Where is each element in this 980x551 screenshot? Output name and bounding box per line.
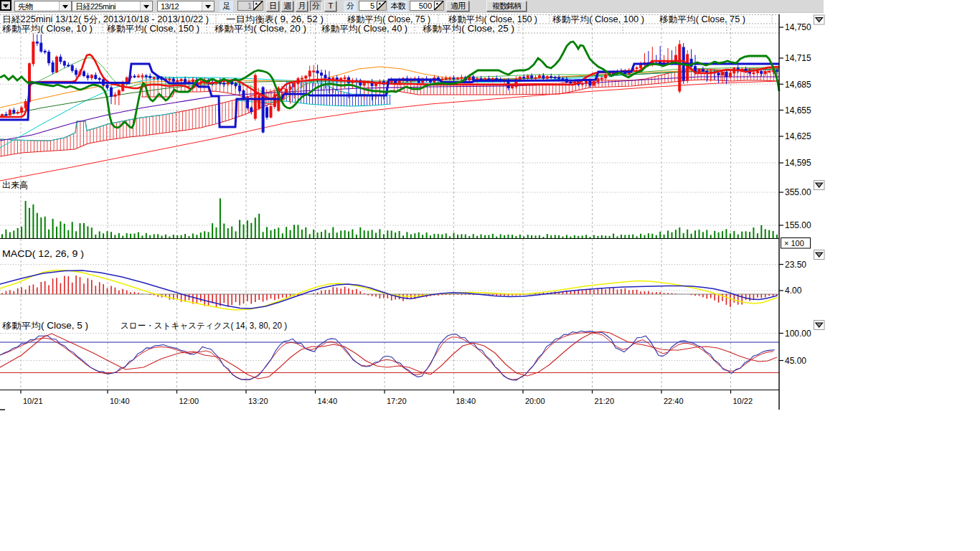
svg-text:MACD( 12, 26, 9 ): MACD( 12, 26, 9 ) <box>2 249 84 259</box>
svg-text:スロー・ストキャスティクス( 14, 3, 80, 20 ): スロー・ストキャスティクス( 14, 3, 80, 20 ) <box>121 321 287 331</box>
svg-text:× 100: × 100 <box>784 239 804 248</box>
svg-text:14:40: 14:40 <box>318 397 338 405</box>
svg-text:移動平均( Close, 150 ): 移動平均( Close, 150 ) <box>448 14 537 24</box>
svg-text:移動平均( Close, 75 ): 移動平均( Close, 75 ) <box>659 14 745 24</box>
svg-text:17:20: 17:20 <box>387 397 407 405</box>
svg-text:14,595: 14,595 <box>785 158 811 168</box>
svg-text:100.00: 100.00 <box>785 329 811 339</box>
svg-text:23.50: 23.50 <box>785 260 806 270</box>
svg-text:移動平均( Close, 25 ): 移動平均( Close, 25 ) <box>423 24 514 34</box>
svg-text:14,685: 14,685 <box>785 80 811 90</box>
svg-text:13:20: 13:20 <box>248 397 268 405</box>
svg-text:10/21: 10/21 <box>23 397 43 405</box>
svg-text:14,625: 14,625 <box>785 131 811 141</box>
svg-text:出来高: 出来高 <box>2 180 28 190</box>
svg-text:10/22: 10/22 <box>733 397 753 405</box>
svg-text:日経225mini 13/12( 5分, 2013/10/1: 日経225mini 13/12( 5分, 2013/10/18 - 2013/1… <box>2 14 209 24</box>
svg-text:移動平均( Close, 150 ): 移動平均( Close, 150 ) <box>107 24 199 34</box>
svg-text:14,655: 14,655 <box>785 105 811 116</box>
svg-text:21:20: 21:20 <box>595 397 615 405</box>
svg-text:4.00: 4.00 <box>785 286 802 296</box>
svg-text:22:40: 22:40 <box>664 397 684 405</box>
svg-text:45.00: 45.00 <box>785 356 806 366</box>
svg-text:移動平均( Close, 75 ): 移動平均( Close, 75 ) <box>347 14 430 24</box>
svg-text:18:40: 18:40 <box>456 397 476 405</box>
svg-text:12:00: 12:00 <box>179 397 199 405</box>
svg-text:移動平均( Close, 10 ): 移動平均( Close, 10 ) <box>2 24 93 34</box>
svg-text:移動平均( Close, 5 ): 移動平均( Close, 5 ) <box>2 321 88 331</box>
svg-text:10:40: 10:40 <box>110 397 130 405</box>
svg-text:移動平均( Close, 40 ): 移動平均( Close, 40 ) <box>321 24 407 34</box>
svg-text:移動平均( Close, 20 ): 移動平均( Close, 20 ) <box>215 24 306 34</box>
svg-text:20:00: 20:00 <box>525 397 545 405</box>
svg-text:一目均衡表( 9, 26, 52 ): 一目均衡表( 9, 26, 52 ) <box>226 14 324 24</box>
svg-text:355.00: 355.00 <box>785 187 811 197</box>
svg-text:14,750: 14,750 <box>785 22 811 32</box>
svg-text:155.00: 155.00 <box>785 220 811 230</box>
svg-text:14,715: 14,715 <box>785 53 811 63</box>
svg-text:移動平均( Close, 100 ): 移動平均( Close, 100 ) <box>552 14 644 24</box>
